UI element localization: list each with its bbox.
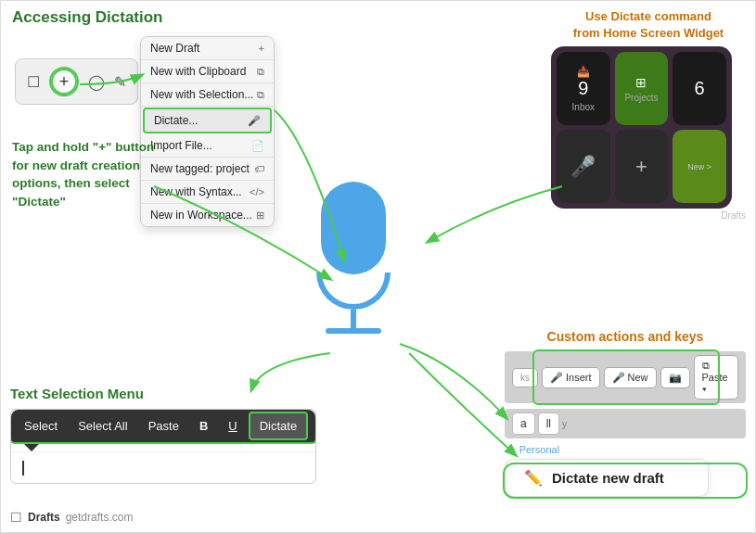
new-key[interactable]: 🎤 New xyxy=(604,367,657,388)
menu-callout xyxy=(22,442,41,451)
widget-grid: 📥 9 Inbox ⊞ Projects 6 🎤 + New > xyxy=(551,46,732,209)
paste-key[interactable]: ⧉ Paste ▾ xyxy=(694,355,738,400)
dropdown-menu: New Draft+ New with Clipboard⧉ New with … xyxy=(140,36,275,227)
kb-key-1: a xyxy=(512,412,535,435)
custom-keys-bar: ks 🎤 Insert 🎤 New 📷 ⧉ Paste ▾ xyxy=(505,351,746,403)
footer-doc-icon: ☐ xyxy=(10,510,22,525)
dictate-button[interactable]: Dictate xyxy=(249,412,308,440)
widget-cell-projects: ⊞ Projects xyxy=(615,52,669,125)
widget-cell-6: 6 xyxy=(673,52,726,125)
text-cursor-area xyxy=(11,451,315,483)
widget-section: Use Dictate commandfrom Home Screen Widg… xyxy=(551,8,746,221)
mic-arc xyxy=(316,273,391,310)
select-all-button[interactable]: Select All xyxy=(69,413,136,438)
annotation-text: Tap and hold "+" button for new draft cr… xyxy=(12,138,156,210)
text-selection-title: Text Selection Menu xyxy=(10,386,316,401)
menu-item-new-draft[interactable]: New Draft+ xyxy=(141,37,274,60)
widget-cell-inbox: 📥 9 Inbox xyxy=(557,52,610,125)
camera-key[interactable]: 📷 xyxy=(660,367,690,388)
selection-menu-bar: Select Select All Paste B U Dictate xyxy=(11,410,315,442)
personal-label: ● Personal xyxy=(505,444,746,455)
new-mic-icon: 🎤 xyxy=(612,372,625,384)
plus-button[interactable]: + xyxy=(51,69,77,95)
mic-line xyxy=(351,310,356,328)
toolbar-mockup: ☐ + ◯ ✎ xyxy=(15,58,138,105)
dictate-card-wrapper: ● Personal ✏️ Dictate new draft xyxy=(505,444,746,497)
text-cursor xyxy=(22,461,24,476)
plus-button-highlight: + xyxy=(49,67,79,96)
mic-body xyxy=(321,182,386,274)
dictate-new-draft-card[interactable]: ✏️ Dictate new draft xyxy=(505,459,709,497)
footer-brand: Drafts xyxy=(28,511,60,524)
accessing-dictation-title: Accessing Dictation xyxy=(12,8,163,27)
custom-actions-section: Custom actions and keys ks 🎤 Insert 🎤 Ne… xyxy=(505,329,746,497)
paste-button[interactable]: Paste xyxy=(139,413,188,438)
selection-menu-wrapper: Select Select All Paste B U Dictate xyxy=(10,409,316,484)
insert-key[interactable]: 🎤 Insert xyxy=(542,367,600,388)
menu-item-selection[interactable]: New with Selection...⧉ xyxy=(141,83,274,107)
widget-cell-new: New > xyxy=(673,130,726,203)
accessing-dictation-section: Accessing Dictation xyxy=(12,8,163,36)
bookmark-icon: ◯ xyxy=(88,73,105,91)
menu-item-workspace[interactable]: New in Workspace...⊞ xyxy=(141,204,274,226)
mic-base xyxy=(326,328,381,334)
menu-item-clipboard[interactable]: New with Clipboard⧉ xyxy=(141,60,274,83)
kb-placeholder: y xyxy=(562,419,738,429)
custom-actions-title: Custom actions and keys xyxy=(505,329,746,344)
microphone-icon xyxy=(316,182,391,334)
underline-button[interactable]: U xyxy=(219,413,246,438)
text-selection-section: Text Selection Menu Select Select All Pa… xyxy=(10,386,316,484)
bold-button[interactable]: B xyxy=(190,413,217,438)
dictate-pencil-icon: ✏️ xyxy=(524,469,543,487)
insert-mic-icon: 🎤 xyxy=(550,372,563,384)
pencil-icon: ✎ xyxy=(114,73,126,91)
menu-item-import[interactable]: Import File...📄 xyxy=(141,134,274,158)
doc-icon: ☐ xyxy=(27,73,40,91)
widget-title: Use Dictate commandfrom Home Screen Widg… xyxy=(551,8,746,42)
menu-item-syntax[interactable]: New with Syntax...</> xyxy=(141,181,274,204)
menu-item-dictate[interactable]: Dictate...🎤 xyxy=(143,108,272,133)
footer-url: getdrafts.com xyxy=(66,511,134,524)
select-button[interactable]: Select xyxy=(15,413,67,438)
widget-drafts-label: Drafts xyxy=(551,210,746,221)
ks-button: ks xyxy=(512,368,538,387)
widget-cell-plus: + xyxy=(615,130,669,203)
widget-cell-mic: 🎤 xyxy=(557,130,610,203)
kb-key-2: ll xyxy=(538,412,559,435)
keyboard-row: a ll y xyxy=(505,409,746,438)
footer: ☐ Drafts getdrafts.com xyxy=(10,510,133,525)
dictate-new-draft-label: Dictate new draft xyxy=(552,470,664,486)
menu-item-tagged[interactable]: New tagged: project🏷 xyxy=(141,158,274,181)
